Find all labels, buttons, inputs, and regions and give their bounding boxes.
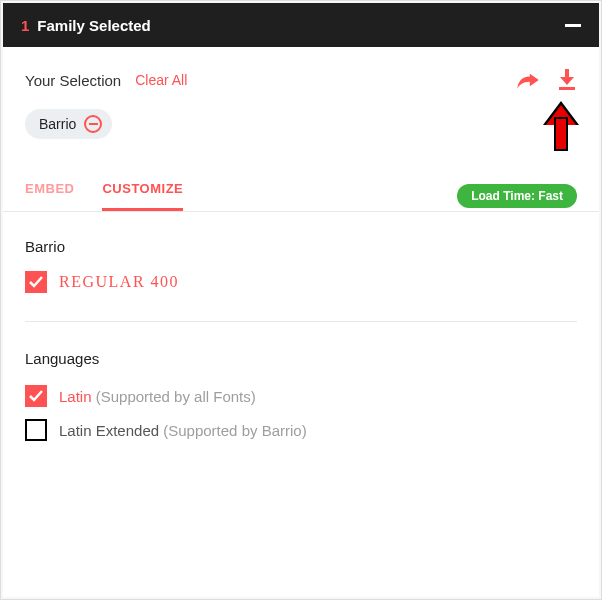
download-icon[interactable]: [557, 69, 577, 91]
load-time-badge: Load Time: Fast: [457, 184, 577, 208]
tab-customize[interactable]: CUSTOMIZE: [102, 181, 183, 211]
selection-icons: [517, 69, 577, 91]
latin-name: Latin: [59, 388, 92, 405]
language-row-latin: Latin (Supported by all Fonts): [25, 385, 577, 407]
tab-embed[interactable]: EMBED: [25, 181, 74, 211]
panel-title: 1Family Selected: [21, 17, 151, 34]
language-label-latin-extended: Latin Extended (Supported by Barrio): [59, 422, 307, 439]
languages-heading: Languages: [25, 350, 577, 367]
title-text: Family Selected: [37, 17, 150, 34]
your-selection-label: Your Selection: [25, 72, 121, 89]
panel-content: Your Selection Clear All Barrio EMBED: [3, 47, 599, 597]
section-divider: [25, 321, 577, 322]
chips-row: Barrio: [25, 109, 577, 139]
selection-row: Your Selection Clear All: [25, 69, 577, 91]
svg-rect-0: [559, 87, 575, 90]
chip-label: Barrio: [39, 116, 76, 132]
language-row-latin-extended: Latin Extended (Supported by Barrio): [25, 419, 577, 441]
language-checkbox-latin[interactable]: [25, 385, 47, 407]
font-selection-panel: 1Family Selected Your Selection Clear Al…: [3, 3, 599, 597]
language-label-latin: Latin (Supported by all Fonts): [59, 388, 256, 405]
variant-row-regular400: REGULAR 400: [25, 271, 577, 293]
font-section-name: Barrio: [25, 238, 577, 255]
panel-header: 1Family Selected: [3, 3, 599, 47]
remove-chip-icon[interactable]: [84, 115, 102, 133]
language-checkbox-latin-extended[interactable]: [25, 419, 47, 441]
variant-label-regular400: REGULAR 400: [59, 273, 179, 291]
clear-all-button[interactable]: Clear All: [135, 72, 187, 88]
font-chip-barrio[interactable]: Barrio: [25, 109, 112, 139]
latin-ext-name: Latin Extended: [59, 422, 159, 439]
tabs: EMBED CUSTOMIZE: [25, 181, 183, 211]
minimize-button[interactable]: [565, 24, 581, 27]
latin-ext-hint: (Supported by Barrio): [163, 422, 306, 439]
spacer: [25, 453, 577, 597]
selection-left: Your Selection Clear All: [25, 72, 187, 89]
latin-hint: (Supported by all Fonts): [96, 388, 256, 405]
share-icon[interactable]: [517, 71, 539, 89]
tabs-row: EMBED CUSTOMIZE Load Time: Fast: [25, 181, 577, 211]
variant-checkbox-regular400[interactable]: [25, 271, 47, 293]
family-count: 1: [21, 17, 29, 34]
